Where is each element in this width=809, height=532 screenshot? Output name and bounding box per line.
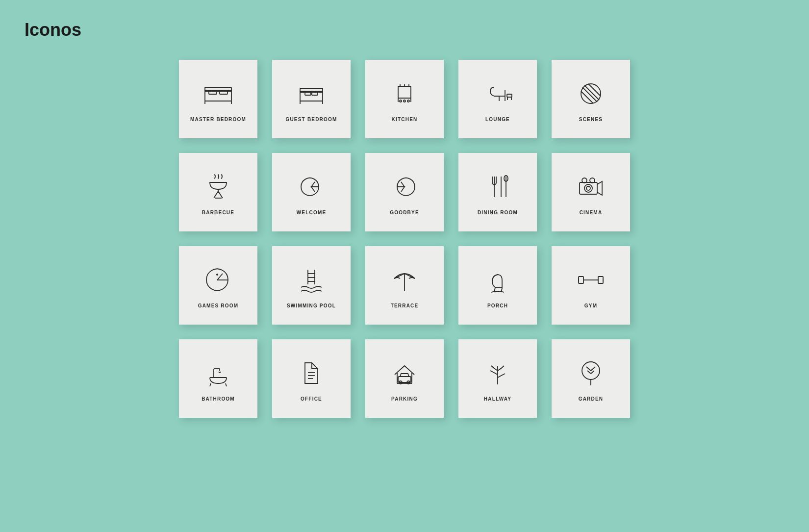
svg-point-46 [584,184,592,192]
card-guest-bedroom[interactable]: GUEST BEDROOM [272,60,351,138]
svg-point-19 [404,100,405,102]
svg-line-88 [591,367,595,371]
guest-bedroom-icon [294,76,329,111]
card-label-goodbye: GOODBYE [390,210,419,215]
scenes-icon [574,76,608,111]
bathroom-icon [201,356,235,390]
svg-line-74 [226,383,227,386]
card-bathroom[interactable]: BATHROOM [179,339,257,418]
cinema-icon [574,170,608,204]
card-label-lounge: LOUNGE [485,117,510,122]
card-label-porch: PORCH [487,303,508,308]
lounge-icon [480,76,515,111]
card-garden[interactable]: GARDEN [552,339,630,418]
svg-rect-12 [398,86,411,98]
card-dining-room[interactable]: DINING ROOM [458,153,537,231]
card-lounge[interactable]: LOUNGE [458,60,537,138]
card-label-bathroom: BATHROOM [202,396,235,402]
card-porch[interactable]: PORCH [458,246,537,325]
card-swimming-pool[interactable]: SWIMMING POOL [272,246,351,325]
card-gym[interactable]: GYM [552,246,630,325]
card-label-kitchen: KITCHEN [392,117,418,122]
icon-grid: MASTER BEDROOM GUEST BEDROOM KITCHEN [110,60,699,418]
card-label-cinema: CINEMA [580,210,603,215]
card-scenes[interactable]: SCENES [552,60,630,138]
svg-point-52 [216,274,218,276]
parking-icon [387,356,422,390]
porch-icon [480,263,515,297]
svg-line-31 [581,91,593,103]
card-label-games-room: GAMES ROOM [198,303,239,308]
terrace-icon [387,263,422,297]
gym-icon [574,263,608,297]
card-master-bedroom[interactable]: MASTER BEDROOM [179,60,257,138]
page-title: Iconos [25,20,784,40]
card-label-hallway: HALLWAY [484,396,511,402]
svg-line-90 [591,371,594,374]
card-label-garden: GARDEN [579,396,604,402]
card-office[interactable]: OFFICE [272,339,351,418]
card-label-welcome: WELCOME [297,210,327,215]
card-goodbye[interactable]: GOODBYE [365,153,444,231]
card-label-parking: PARKING [391,396,418,402]
svg-line-36 [218,191,223,198]
card-label-swimming-pool: SWIMMING POOL [287,303,336,308]
card-label-scenes: SCENES [579,117,603,122]
hallway-icon [480,356,515,390]
kitchen-icon [387,76,422,111]
card-label-master-bedroom: MASTER BEDROOM [190,117,246,122]
svg-rect-25 [507,94,512,97]
garden-icon [574,356,608,390]
card-hallway[interactable]: HALLWAY [458,339,537,418]
svg-line-32 [588,84,601,96]
office-icon [294,356,329,390]
master-bedroom-icon [201,76,235,111]
games-room-icon [201,263,235,297]
svg-line-35 [214,191,218,198]
card-parking[interactable]: PARKING [365,339,444,418]
svg-line-87 [586,367,591,371]
svg-rect-65 [579,277,583,283]
svg-rect-6 [300,91,323,101]
card-label-gym: GYM [584,303,597,308]
card-barbecue[interactable]: BARBECUE [179,153,257,231]
svg-line-89 [587,371,591,374]
card-welcome[interactable]: WELCOME [272,153,351,231]
welcome-icon [294,170,329,204]
card-label-barbecue: BARBECUE [202,210,234,215]
svg-point-20 [407,100,409,102]
svg-point-47 [586,186,590,190]
card-terrace[interactable]: TERRACE [365,246,444,325]
card-label-office: OFFICE [301,396,322,402]
svg-rect-67 [598,277,603,283]
card-cinema[interactable]: CINEMA [552,153,630,231]
swimming-pool-icon [294,263,329,297]
card-games-room[interactable]: GAMES ROOM [179,246,257,325]
card-label-guest-bedroom: GUEST BEDROOM [285,117,337,122]
dining-room-icon [480,170,515,204]
barbecue-icon [201,170,235,204]
card-label-dining-room: DINING ROOM [478,210,518,215]
card-label-terrace: TERRACE [391,303,419,308]
svg-point-18 [400,100,402,102]
svg-line-73 [210,383,211,386]
goodbye-icon [387,170,422,204]
card-kitchen[interactable]: KITCHEN [365,60,444,138]
